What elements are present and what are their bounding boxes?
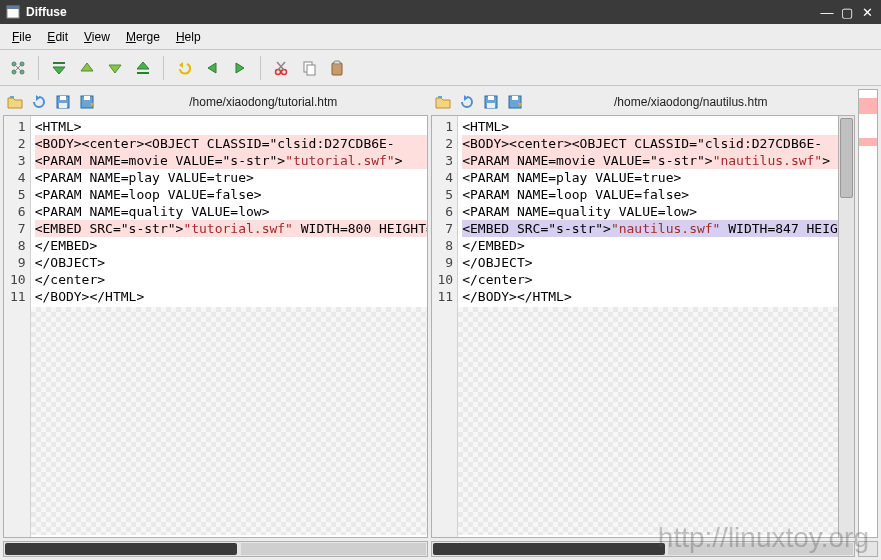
svg-rect-23 bbox=[84, 96, 90, 100]
code-line[interactable]: <PARAM NAME=loop VALUE=false> bbox=[462, 186, 838, 203]
svg-rect-26 bbox=[488, 96, 494, 100]
code-line[interactable]: <PARAM NAME=play VALUE=true> bbox=[462, 169, 838, 186]
menu-view[interactable]: View bbox=[76, 27, 118, 47]
right-pane-header: /home/xiaodong/nautilus.htm bbox=[431, 89, 856, 115]
left-horizontal-scrollbar[interactable] bbox=[3, 541, 428, 557]
reload-button[interactable] bbox=[456, 91, 478, 113]
overview-block[interactable] bbox=[859, 138, 877, 146]
scrollbar-thumb[interactable] bbox=[433, 543, 665, 555]
right-gutter: 1234567891011 bbox=[432, 116, 459, 537]
code-line[interactable]: </OBJECT> bbox=[35, 254, 427, 271]
code-line[interactable]: <HTML> bbox=[462, 118, 838, 135]
code-line[interactable]: <PARAM NAME=play VALUE=true> bbox=[35, 169, 427, 186]
right-vertical-scrollbar[interactable] bbox=[839, 115, 855, 538]
window-titlebar: Diffuse — ▢ ✕ bbox=[0, 0, 881, 24]
left-code[interactable]: <HTML><BODY><center><OBJECT CLASSID="cls… bbox=[31, 116, 427, 537]
toolbar-separator bbox=[260, 56, 261, 80]
first-diff-button[interactable] bbox=[46, 55, 72, 81]
open-file-button[interactable] bbox=[4, 91, 26, 113]
right-pane: /home/xiaodong/nautilus.htm 123456789101… bbox=[431, 89, 856, 538]
last-diff-button[interactable] bbox=[130, 55, 156, 81]
menu-help[interactable]: Help bbox=[168, 27, 209, 47]
code-line[interactable]: </EMBED> bbox=[462, 237, 838, 254]
code-line[interactable]: <PARAM NAME=movie VALUE="s-str">"nautilu… bbox=[462, 152, 838, 169]
paste-button[interactable] bbox=[324, 55, 350, 81]
left-gutter: 1234567891011 bbox=[4, 116, 31, 537]
copy-button[interactable] bbox=[296, 55, 322, 81]
svg-rect-20 bbox=[60, 96, 66, 100]
realign-button[interactable] bbox=[5, 55, 31, 81]
cut-button[interactable] bbox=[268, 55, 294, 81]
save-button[interactable] bbox=[480, 91, 502, 113]
scrollbar-track bbox=[241, 543, 426, 555]
diff-overview[interactable] bbox=[858, 89, 878, 538]
svg-rect-21 bbox=[59, 103, 67, 108]
close-button[interactable]: ✕ bbox=[859, 4, 875, 20]
svg-rect-27 bbox=[487, 103, 495, 108]
svg-rect-24 bbox=[438, 96, 442, 98]
svg-rect-15 bbox=[307, 65, 315, 75]
save-as-button[interactable] bbox=[76, 91, 98, 113]
left-file-path: /home/xiaodong/tutorial.htm bbox=[99, 95, 428, 109]
code-line[interactable]: <EMBED SRC="s-str">"nautilus.swf" WIDTH=… bbox=[462, 220, 838, 237]
save-as-button[interactable] bbox=[504, 91, 526, 113]
undo-button[interactable] bbox=[171, 55, 197, 81]
code-line[interactable]: <PARAM NAME=loop VALUE=false> bbox=[35, 186, 427, 203]
scroll-corner bbox=[858, 541, 878, 557]
overview-block[interactable] bbox=[859, 178, 877, 537]
reload-button[interactable] bbox=[28, 91, 50, 113]
main-area: /home/xiaodong/tutorial.htm 123456789101… bbox=[0, 86, 881, 541]
code-line[interactable]: </EMBED> bbox=[35, 237, 427, 254]
overview-block[interactable] bbox=[859, 114, 877, 138]
toolbar-separator bbox=[38, 56, 39, 80]
svg-rect-16 bbox=[332, 63, 342, 75]
svg-point-10 bbox=[276, 69, 281, 74]
window-title: Diffuse bbox=[26, 5, 815, 19]
code-line[interactable]: <PARAM NAME=movie VALUE="s-str">"tutoria… bbox=[35, 152, 427, 169]
right-code[interactable]: <HTML><BODY><center><OBJECT CLASSID="cls… bbox=[458, 116, 838, 537]
left-editor[interactable]: 1234567891011 <HTML><BODY><center><OBJEC… bbox=[3, 115, 428, 538]
scrollbar-thumb[interactable] bbox=[5, 543, 237, 555]
prev-diff-button[interactable] bbox=[74, 55, 100, 81]
menu-edit[interactable]: Edit bbox=[39, 27, 76, 47]
next-diff-button[interactable] bbox=[102, 55, 128, 81]
open-file-button[interactable] bbox=[432, 91, 454, 113]
code-line[interactable]: <PARAM NAME=quality VALUE=low> bbox=[35, 203, 427, 220]
svg-rect-29 bbox=[512, 96, 518, 100]
main-toolbar bbox=[0, 50, 881, 86]
scrollbar-thumb[interactable] bbox=[840, 118, 853, 198]
menu-bar: File Edit View Merge Help bbox=[0, 24, 881, 50]
push-left-button[interactable] bbox=[199, 55, 225, 81]
right-file-path: /home/xiaodong/nautilus.htm bbox=[527, 95, 856, 109]
svg-rect-17 bbox=[334, 61, 340, 64]
code-line[interactable]: <HTML> bbox=[35, 118, 427, 135]
maximize-button[interactable]: ▢ bbox=[839, 4, 855, 20]
menu-merge[interactable]: Merge bbox=[118, 27, 168, 47]
overview-block[interactable] bbox=[859, 98, 877, 114]
menu-file[interactable]: File bbox=[4, 27, 39, 47]
overview-block[interactable] bbox=[859, 146, 877, 178]
code-line[interactable]: <PARAM NAME=quality VALUE=low> bbox=[462, 203, 838, 220]
code-line[interactable]: </BODY></HTML> bbox=[462, 288, 838, 305]
code-line[interactable]: </OBJECT> bbox=[462, 254, 838, 271]
left-pane-header: /home/xiaodong/tutorial.htm bbox=[3, 89, 428, 115]
right-editor[interactable]: 1234567891011 <HTML><BODY><center><OBJEC… bbox=[431, 115, 840, 538]
scrollbar-track bbox=[668, 543, 853, 555]
minimize-button[interactable]: — bbox=[819, 4, 835, 20]
toolbar-separator bbox=[163, 56, 164, 80]
code-line[interactable]: <BODY><center><OBJECT CLASSID="clsid:D27… bbox=[462, 135, 838, 152]
svg-rect-18 bbox=[10, 96, 14, 98]
code-line[interactable]: </BODY></HTML> bbox=[35, 288, 427, 305]
push-right-button[interactable] bbox=[227, 55, 253, 81]
save-button[interactable] bbox=[52, 91, 74, 113]
code-line[interactable]: </center> bbox=[462, 271, 838, 288]
code-line[interactable]: <EMBED SRC="s-str">"tutorial.swf" WIDTH=… bbox=[35, 220, 427, 237]
overview-block[interactable] bbox=[859, 90, 877, 98]
app-icon bbox=[6, 5, 20, 19]
svg-point-11 bbox=[282, 69, 287, 74]
right-horizontal-scrollbar[interactable] bbox=[431, 541, 856, 557]
code-line[interactable]: <BODY><center><OBJECT CLASSID="clsid:D27… bbox=[35, 135, 427, 152]
code-line[interactable]: </center> bbox=[35, 271, 427, 288]
svg-rect-9 bbox=[137, 72, 149, 74]
empty-area bbox=[458, 307, 838, 535]
